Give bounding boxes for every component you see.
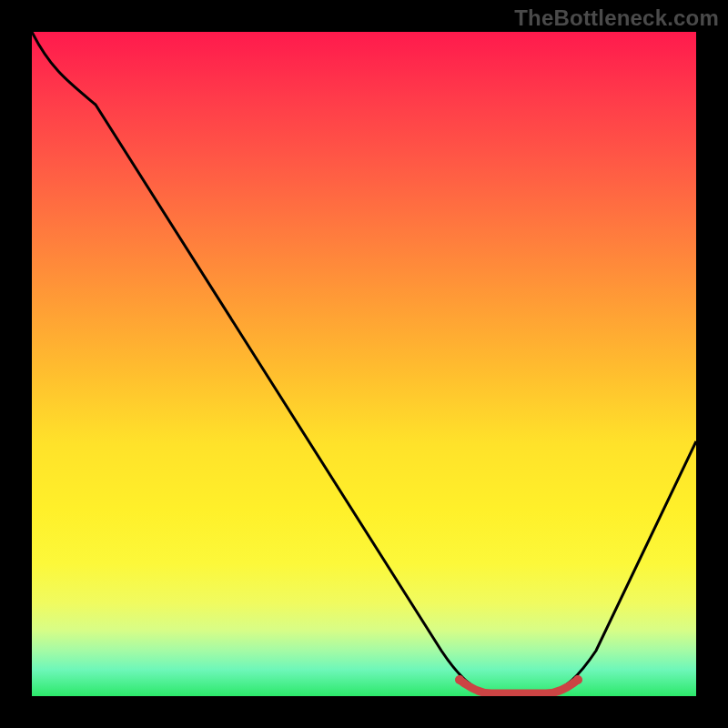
bottleneck-curve [32,32,696,693]
chart-frame: TheBottleneck.com [0,0,728,728]
curve-svg [32,32,696,696]
highlight-endpoint-left [455,675,464,684]
watermark-text: TheBottleneck.com [514,5,719,31]
plot-area [32,32,696,696]
highlight-segment [460,680,578,693]
highlight-endpoint-right [573,675,582,684]
